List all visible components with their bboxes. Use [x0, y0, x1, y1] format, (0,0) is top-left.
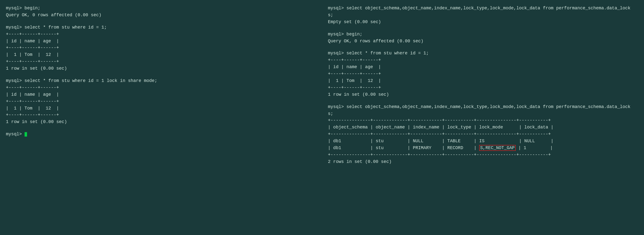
- r-line-16: | object_schema | object_name | index_na…: [328, 124, 638, 131]
- r-line-4: mysql> begin;: [328, 31, 638, 38]
- r-line-6: mysql> select * from stu where id = 1;: [328, 50, 638, 57]
- r-line-8: | id | name | age |: [328, 64, 638, 71]
- line-6: +----+------+------+: [6, 45, 316, 51]
- line-8: +----+------+------+: [6, 58, 316, 65]
- lock-mode-highlight: S,REC_NOT_GAP: [479, 145, 516, 151]
- line-2: Query OK, 0 rows affected (0.00 sec): [6, 12, 316, 19]
- line-10: mysql> select * from stu where id = 1 lo…: [6, 78, 316, 84]
- line-3: mysql> select * from stu where id = 1;: [6, 24, 316, 31]
- r-line-7: +----+------+------+: [328, 57, 638, 64]
- r-line-9: +----+------+------+: [328, 71, 638, 78]
- line-14: | 1 | Tom | 12 |: [6, 105, 316, 112]
- r-line-19: | db1 | stu | PRIMARY | RECORD | S,REC_N…: [328, 145, 638, 152]
- r-line-1: mysql> select object_schema,object_name,…: [328, 5, 638, 12]
- line-5: | id | name | age |: [6, 38, 316, 45]
- r-line-18: | db1 | stu | NULL | TABLE | IS | NULL |: [328, 138, 638, 145]
- r-line-13: mysql> select object_schema,object_name,…: [328, 104, 638, 110]
- left-terminal-content: mysql> begin; Query OK, 0 rows affected …: [6, 5, 316, 138]
- cursor: [24, 132, 27, 137]
- line-12: | id | name | age |: [6, 91, 316, 98]
- r-line-11: +----+------+------+: [328, 84, 638, 91]
- right-terminal: mysql> select object_schema,object_name,…: [322, 0, 644, 235]
- right-terminal-content: mysql> select object_schema,object_name,…: [328, 5, 638, 165]
- line-7: | 1 | Tom | 12 |: [6, 51, 316, 58]
- r-line-21: 2 rows in set (0.00 sec): [328, 158, 638, 165]
- r-line-3: Empty set (0.00 sec): [328, 19, 638, 26]
- r-line-2: s;: [328, 12, 638, 19]
- r-line-17: +---------------+-------------+---------…: [328, 131, 638, 138]
- r-line-12: 1 row in set (0.00 sec): [328, 91, 638, 98]
- r-line-14: s;: [328, 110, 638, 117]
- line-1: mysql> begin;: [6, 5, 316, 12]
- line-4: +----+------+------+: [6, 31, 316, 38]
- line-13: +----+------+------+: [6, 98, 316, 105]
- r-line-15: +---------------+-------------+---------…: [328, 117, 638, 124]
- line-9: 1 row in set (0.00 sec): [6, 65, 316, 72]
- left-terminal: mysql> begin; Query OK, 0 rows affected …: [0, 0, 322, 235]
- line-17: mysql>: [6, 131, 316, 138]
- r-line-20: +---------------+-------------+---------…: [328, 152, 638, 158]
- line-16: 1 row in set (0.00 sec): [6, 119, 316, 125]
- line-15: +----+------+------+: [6, 112, 316, 119]
- r-line-5: Query OK, 0 rows affected (0.00 sec): [328, 38, 638, 45]
- line-11: +----+------+------+: [6, 84, 316, 91]
- r-line-10: | 1 | Tom | 12 |: [328, 78, 638, 84]
